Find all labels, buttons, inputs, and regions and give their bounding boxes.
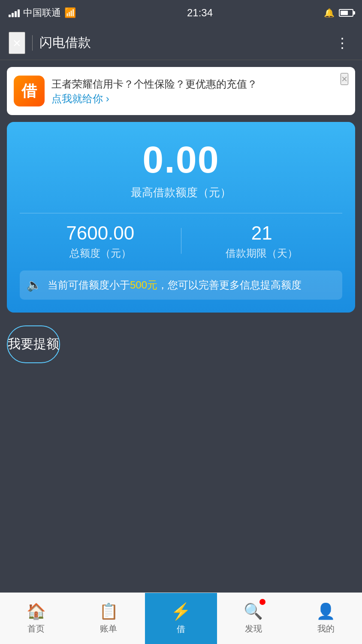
nav-item-home-label: 首页	[27, 623, 45, 635]
bell-icon: 🔔	[324, 8, 335, 18]
stats-row: 7600.00 总额度（元） 21 借款期限（天）	[20, 222, 342, 260]
discover-badge	[259, 599, 265, 605]
total-amount-label: 总额度（元）	[20, 246, 181, 260]
amount-label: 最高借款额度（元）	[20, 185, 342, 200]
nav-item-bill[interactable]: 📋 账单	[72, 593, 145, 644]
bill-icon: 📋	[99, 602, 118, 620]
battery-icon	[339, 9, 353, 17]
total-amount-value: 7600.00	[20, 222, 181, 245]
discover-icon: 🔍	[244, 602, 263, 620]
ad-text-content: 王者荣耀信用卡？个性保险？更优惠的充值？ 点我就给你 ›	[51, 76, 348, 106]
lightning-icon: ⚡	[171, 602, 191, 621]
notice-prefix: 当前可借额度小于	[48, 279, 130, 291]
amount-value: 0.00	[20, 139, 342, 181]
notice-text: 当前可借额度小于500元，您可以完善更多信息提高额度	[48, 277, 302, 293]
nav-item-borrow-label: 借	[177, 623, 185, 635]
more-button[interactable]: ⋮	[332, 31, 353, 55]
page-title: 闪电借款	[39, 34, 332, 52]
nav-item-mine-label: 我的	[317, 623, 335, 635]
nav-item-borrow[interactable]: ⚡ 借	[145, 593, 217, 644]
ad-main-text: 王者荣耀信用卡？个性保险？更优惠的充值？	[51, 76, 348, 92]
status-time: 21:34	[187, 7, 213, 19]
close-button[interactable]: ×	[9, 32, 25, 54]
status-left: 中国联通 📶	[9, 6, 76, 19]
notice-highlight: 500元	[130, 279, 157, 291]
signal-icon	[9, 9, 20, 17]
speaker-icon: 🔈	[27, 278, 42, 292]
ad-banner: 借 王者荣耀信用卡？个性保险？更优惠的充值？ 点我就给你 › ×	[7, 67, 355, 115]
battery-fill	[341, 11, 348, 15]
home-icon: 🏠	[27, 602, 46, 620]
increase-limit-label: 我要提额	[8, 335, 59, 353]
nav-item-discover[interactable]: 🔍 发现	[217, 593, 290, 644]
profile-icon: 👤	[316, 602, 335, 620]
notice-suffix: ，您可以完善更多信息提高额度	[157, 279, 302, 291]
main-card: 0.00 最高借款额度（元） 7600.00 总额度（元） 21 借款期限（天）…	[7, 122, 355, 313]
wifi-icon: 📶	[64, 7, 76, 18]
card-divider	[20, 213, 342, 213]
nav-divider	[32, 35, 33, 51]
carrier-label: 中国联通	[23, 6, 61, 19]
loan-days-value: 21	[181, 222, 343, 245]
ad-logo-icon: 借	[14, 76, 45, 106]
status-right: 🔔	[324, 8, 353, 18]
nav-bar: × 闪电借款 ⋮	[0, 26, 362, 60]
nav-item-discover-label: 发现	[245, 623, 262, 635]
bottom-nav: 🏠 首页 📋 账单 ⚡ 借 🔍 发现 👤 我的	[0, 592, 362, 644]
increase-limit-button[interactable]: 我要提额	[7, 325, 60, 363]
nav-item-bill-label: 账单	[100, 623, 117, 635]
status-bar: 中国联通 📶 21:34 🔔	[0, 0, 362, 26]
nav-item-home[interactable]: 🏠 首页	[0, 593, 72, 644]
ad-link[interactable]: 点我就给你 ›	[51, 93, 109, 104]
nav-item-mine[interactable]: 👤 我的	[290, 593, 362, 644]
amount-display: 0.00	[20, 139, 342, 181]
ad-close-button[interactable]: ×	[341, 73, 348, 85]
total-amount-stat: 7600.00 总额度（元）	[20, 222, 181, 260]
loan-days-stat: 21 借款期限（天）	[181, 222, 343, 260]
notice-row: 🔈 当前可借额度小于500元，您可以完善更多信息提高额度	[20, 270, 342, 300]
loan-days-label: 借款期限（天）	[181, 246, 343, 260]
